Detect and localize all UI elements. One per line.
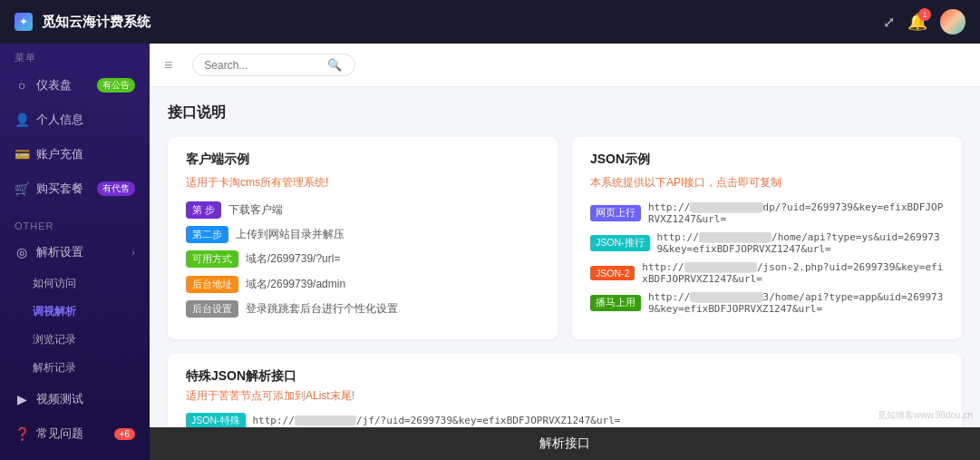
json-row-3[interactable]: JSON-2 http://████████████/json-2.php?ui… <box>590 261 944 285</box>
avatar[interactable] <box>940 9 965 34</box>
json-url-2: http://████████████/home/api?type=ys&uid… <box>657 231 945 255</box>
special-card: 特殊JSON解析接口 适用于苦苦节点可添加到AList末尾! JSON-特殊 h… <box>168 354 962 427</box>
step-setup: 后台设置 登录跳跳套后台进行个性化设置 <box>186 300 539 318</box>
logo-icon: ✦ <box>15 13 33 31</box>
client-card-subtitle: 适用于卡淘cms所有管理系统! <box>186 175 539 191</box>
content-area: 接口说明 客户端示例 适用于卡淘cms所有管理系统! 第 步 下载客户端 第二步… <box>150 87 980 427</box>
topbar: ✦ 觅知云海计费系统 ⤢ 🔔 1 <box>0 0 980 44</box>
sidebar-item-faq[interactable]: ❓ 常见问题 +6 <box>0 416 150 451</box>
sidebar: 菜单 ○ 仪表盘 有公告 👤 个人信息 💳 账户充值 🛒 购买套餐 有代售 OT… <box>0 44 150 460</box>
notification-badge: 1 <box>918 8 931 21</box>
sidebar-item-video-test[interactable]: ▶ 视频测试 <box>0 382 150 416</box>
hamburger-icon[interactable]: ≡ <box>164 57 172 73</box>
sidebar-label-dashboard: 仪表盘 <box>36 77 72 93</box>
parse-settings-icon: ◎ <box>15 245 29 259</box>
step-setup-label: 后台设置 <box>186 300 238 318</box>
json-url-1: http://████████████dp/?uid=2699739&key=e… <box>648 201 944 225</box>
dashboard-icon: ○ <box>15 78 29 93</box>
step-1: 第 步 下载客户端 <box>186 201 539 219</box>
step-backend: 后台地址 域名/2699739/admin <box>186 276 539 293</box>
main-layout: 菜单 ○ 仪表盘 有公告 👤 个人信息 💳 账户充值 🛒 购买套餐 有代售 OT… <box>0 44 980 460</box>
logo-symbol: ✦ <box>19 15 28 28</box>
json-row-1[interactable]: 网页上行 http://████████████dp/?uid=2699739&… <box>590 201 944 225</box>
step-1-text: 下载客户端 <box>228 201 283 219</box>
dashboard-badge: 有公告 <box>97 78 135 93</box>
sidebar-label-account: 账户充值 <box>36 146 83 162</box>
orders-badge: 有代售 <box>97 181 135 196</box>
step-1-label: 第 步 <box>186 201 221 219</box>
sidebar-item-parse-settings[interactable]: ◎ 解析设置 › <box>0 235 150 269</box>
profile-icon: 👤 <box>15 113 29 127</box>
step-2-label: 第二步 <box>186 226 228 243</box>
sidebar-label-parse-settings: 解析设置 <box>36 244 83 260</box>
json-tag-3: JSON-2 <box>590 266 635 280</box>
app-title: 觅知云海计费系统 <box>42 14 150 31</box>
json-card: JSON示例 本系统提供以下API接口，点击即可复制 网页上行 http://█… <box>572 137 962 339</box>
sidebar-label-orders: 购买套餐 <box>36 181 83 197</box>
sidebar-label-profile: 个人信息 <box>36 112 83 128</box>
step-backend-text: 域名/2699739/admin <box>246 276 345 293</box>
search-icon: 🔍 <box>327 58 342 72</box>
json-tag-4: 播马上用 <box>590 295 641 311</box>
json-card-subtitle: 本系统提供以下API接口，点击即可复制 <box>590 175 944 191</box>
bottom-bar: 解析接口 <box>150 427 980 460</box>
orders-icon: 🛒 <box>15 181 29 196</box>
search-bar[interactable]: 🔍 <box>192 54 355 76</box>
step-2-text: 上传到网站目录并解压 <box>236 226 344 243</box>
topbar-right: ⤢ 🔔 1 <box>883 9 965 34</box>
json-card-title: JSON示例 <box>590 152 944 168</box>
watermark: 觅知博客www.98dou.cn <box>878 409 973 422</box>
step-accessible-label: 可用方式 <box>186 250 238 268</box>
step-accessible: 可用方式 域名/2699739/?url= <box>186 250 539 268</box>
expand-icon[interactable]: ⤢ <box>883 14 895 31</box>
topbar-left: ✦ 觅知云海计费系统 <box>15 13 150 31</box>
sidebar-item-profile[interactable]: 👤 个人信息 <box>0 103 150 137</box>
step-backend-label: 后台地址 <box>186 276 238 293</box>
json-tag-2: JSON-推行 <box>590 235 650 251</box>
sidebar-item-dashboard[interactable]: ○ 仪表盘 有公告 <box>0 68 150 103</box>
step-setup-text: 登录跳跳套后台进行个性化设置 <box>246 300 398 318</box>
special-json-tag: JSON-特殊 <box>186 413 246 427</box>
sidebar-item-contact[interactable]: 💬 联系客服 <box>0 451 150 460</box>
faq-icon: ❓ <box>15 426 29 441</box>
special-json-url: http://██████████/jf/?uid=2699739&key=ef… <box>253 415 621 426</box>
sidebar-sub-history[interactable]: 浏览记录 <box>0 326 150 354</box>
content-wrapper: ≡ 🔍 接口说明 客户端示例 适用于卡淘cms所有管理系统! 第 步 下载客户端 <box>150 44 980 460</box>
header-bar: ≡ 🔍 <box>150 44 980 87</box>
client-card: 客户端示例 适用于卡淘cms所有管理系统! 第 步 下载客户端 第二步 上传到网… <box>168 137 558 339</box>
special-card-subtitle: 适用于苦苦节点可添加到AList末尾! <box>186 388 944 404</box>
client-card-title: 客户端示例 <box>186 152 539 168</box>
search-input[interactable] <box>204 59 322 72</box>
account-icon: 💳 <box>15 147 29 161</box>
special-card-title: 特殊JSON解析接口 <box>186 368 944 385</box>
footer-label: 解析接口 <box>539 436 590 452</box>
sidebar-sub-records[interactable]: 解析记录 <box>0 354 150 382</box>
sidebar-item-orders[interactable]: 🛒 购买套餐 有代售 <box>0 171 150 206</box>
notification-bell[interactable]: 🔔 1 <box>907 12 927 32</box>
json-url-4: http://████████████3/home/api?type=app&u… <box>648 291 944 315</box>
sidebar-menu-label: 菜单 <box>0 44 150 68</box>
parse-settings-arrow: › <box>131 247 135 258</box>
json-row-2[interactable]: JSON-推行 http://████████████/home/api?typ… <box>590 231 944 255</box>
json-url-3: http://████████████/json-2.php?uid=26997… <box>642 261 944 285</box>
sidebar-other-label: OTHER <box>0 213 150 235</box>
sidebar-label-video-test: 视频测试 <box>36 391 83 407</box>
sidebar-sub-how[interactable]: 如何访问 <box>0 269 150 298</box>
faq-badge: +6 <box>114 428 135 440</box>
json-row-4[interactable]: 播马上用 http://████████████3/home/api?type=… <box>590 291 944 315</box>
sidebar-label-faq: 常见问题 <box>36 426 83 442</box>
sidebar-sub-parse-active[interactable]: 调视解析 <box>0 298 150 326</box>
step-accessible-text: 域名/2699739/?url= <box>246 250 340 268</box>
page-title: 接口说明 <box>168 103 962 122</box>
step-2: 第二步 上传到网站目录并解压 <box>186 226 539 243</box>
special-url-row[interactable]: JSON-特殊 http://██████████/jf/?uid=269973… <box>186 413 944 427</box>
json-tag-1: 网页上行 <box>590 205 641 221</box>
sidebar-item-account[interactable]: 💳 账户充值 <box>0 137 150 171</box>
video-test-icon: ▶ <box>15 392 29 406</box>
cards-row: 客户端示例 适用于卡淘cms所有管理系统! 第 步 下载客户端 第二步 上传到网… <box>168 137 962 339</box>
